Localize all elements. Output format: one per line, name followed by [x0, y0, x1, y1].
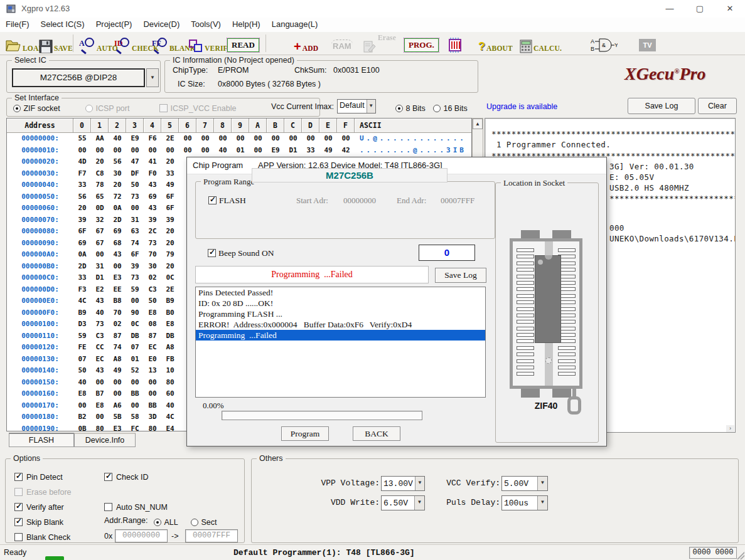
maximize-button[interactable]: ▢: [689, 0, 710, 18]
hex-byte-cell[interactable]: 0C: [126, 319, 144, 330]
console-scroll-right-icon[interactable]: ›: [726, 425, 734, 432]
option-verify-after[interactable]: Verify after: [14, 501, 64, 512]
hex-byte-cell[interactable]: 43: [144, 179, 161, 191]
prog-button[interactable]: PROG.: [404, 34, 439, 53]
hex-byte-cell[interactable]: B8: [109, 295, 126, 307]
hex-byte-cell[interactable]: 40: [109, 133, 126, 145]
hex-byte-cell[interactable]: 0C: [161, 272, 179, 284]
hex-byte-cell[interactable]: 00: [91, 145, 109, 157]
hex-byte-cell[interactable]: 2E: [161, 284, 179, 296]
chevron-down-icon[interactable]: ▼: [537, 477, 547, 490]
hex-byte-cell[interactable]: 2D: [109, 214, 126, 226]
auto-button[interactable]: A AUTO: [79, 34, 118, 53]
tab-flash[interactable]: FLASH: [9, 433, 74, 447]
hex-byte-cell[interactable]: 00: [109, 388, 126, 400]
hex-byte-cell[interactable]: 74: [109, 342, 126, 354]
hex-byte-cell[interactable]: D3: [73, 319, 91, 330]
hex-byte-cell[interactable]: 78: [91, 179, 109, 191]
hex-byte-cell[interactable]: 69: [144, 191, 161, 203]
addr-range-all-radio[interactable]: ALL: [154, 516, 178, 527]
hex-byte-cell[interactable]: 31: [126, 214, 144, 226]
hex-byte-cell[interactable]: 6F: [161, 191, 179, 203]
vcc-current-combo[interactable]: Default▼: [337, 99, 376, 114]
option-skip-blank[interactable]: Skip Blank: [14, 516, 63, 527]
hex-byte-cell[interactable]: 00: [302, 133, 319, 145]
tab-device-info[interactable]: Device.Info: [74, 433, 136, 447]
ram-button[interactable]: RAM: [331, 34, 353, 53]
zif-socket-radio[interactable]: ZIF socket: [13, 102, 60, 114]
icsp-vcc-checkbox[interactable]: ICSP_VCC Enable: [159, 102, 236, 114]
hex-byte-cell[interactable]: 0D: [91, 203, 109, 214]
bits8-radio[interactable]: 8 Bits: [395, 102, 426, 114]
hex-byte-cell[interactable]: 39: [144, 214, 161, 226]
hex-byte-cell[interactable]: 00: [232, 133, 249, 145]
hex-byte-cell[interactable]: 43: [144, 203, 161, 214]
hex-byte-cell[interactable]: 80: [91, 423, 109, 432]
hex-byte-cell[interactable]: 30: [109, 168, 126, 180]
beep-sound-checkbox[interactable]: Beep Sound ON: [208, 247, 274, 258]
icsp-port-radio[interactable]: ICSP port: [85, 102, 129, 114]
hex-byte-cell[interactable]: 00: [73, 400, 91, 412]
menu-file[interactable]: File(F): [0, 18, 35, 32]
hex-byte-cell[interactable]: 32: [91, 214, 109, 226]
hex-byte-cell[interactable]: DB: [126, 330, 144, 342]
option-check-id[interactable]: Check ID: [104, 471, 148, 482]
hex-byte-cell[interactable]: E3: [109, 423, 126, 432]
hex-byte-cell[interactable]: 69: [109, 226, 126, 238]
hex-byte-cell[interactable]: 00: [161, 145, 179, 157]
load-button[interactable]: LOAD: [5, 34, 44, 53]
hex-byte-cell[interactable]: 39: [161, 214, 179, 226]
hex-byte-cell[interactable]: 0B: [73, 423, 91, 432]
hex-byte-cell[interactable]: 6F: [126, 249, 144, 261]
range-from-input[interactable]: 00000000: [115, 529, 168, 542]
hex-byte-cell[interactable]: 33: [161, 168, 179, 180]
hex-byte-cell[interactable]: E8: [73, 388, 91, 400]
hex-byte-cell[interactable]: 20: [91, 156, 109, 168]
hex-byte-cell[interactable]: 58: [126, 411, 144, 423]
calcu-button[interactable]: CALCU.: [520, 34, 562, 53]
hex-byte-cell[interactable]: 40: [161, 400, 179, 412]
about-button[interactable]: ? ABOUT: [478, 34, 513, 53]
hex-byte-cell[interactable]: F0: [144, 168, 161, 180]
hex-byte-cell[interactable]: 01: [232, 145, 249, 157]
hex-byte-cell[interactable]: 47: [126, 156, 144, 168]
hex-byte-cell[interactable]: 00: [249, 145, 267, 157]
log-line[interactable]: ID: 0x 20 8D ......OK!: [196, 298, 485, 309]
hex-byte-cell[interactable]: A8: [109, 354, 126, 366]
log-line[interactable]: Programming ...Failed: [196, 330, 485, 341]
bits16-radio[interactable]: 16 Bits: [433, 102, 468, 114]
hex-byte-cell[interactable]: FC: [126, 423, 144, 432]
hex-byte-cell[interactable]: E8: [91, 400, 109, 412]
hex-byte-cell[interactable]: 00: [144, 377, 161, 389]
hex-byte-cell[interactable]: 43: [109, 249, 126, 261]
hex-byte-cell[interactable]: 00: [126, 377, 144, 389]
hex-byte-cell[interactable]: 87: [144, 330, 161, 342]
hex-byte-cell[interactable]: 67: [91, 238, 109, 250]
hex-byte-cell[interactable]: 00: [196, 133, 214, 145]
hex-byte-cell[interactable]: 00: [337, 133, 355, 145]
hex-byte-cell[interactable]: 00: [144, 145, 161, 157]
hex-byte-cell[interactable]: 70: [144, 249, 161, 261]
hex-byte-cell[interactable]: EC: [144, 342, 161, 354]
hex-byte-cell[interactable]: D1: [91, 272, 109, 284]
hex-byte-cell[interactable]: DF: [126, 168, 144, 180]
hex-byte-cell[interactable]: 00: [179, 145, 196, 157]
hex-byte-cell[interactable]: 00: [319, 133, 337, 145]
hex-byte-cell[interactable]: 5B: [109, 411, 126, 423]
hex-byte-cell[interactable]: 00: [284, 133, 302, 145]
hex-byte-cell[interactable]: 33: [73, 179, 91, 191]
hex-byte-cell[interactable]: A6: [109, 400, 126, 412]
hex-byte-cell[interactable]: AA: [91, 133, 109, 145]
option-pin-detect[interactable]: Pin Detect: [14, 471, 63, 482]
hex-byte-cell[interactable]: 00: [126, 295, 144, 307]
hex-byte-cell[interactable]: 00: [91, 249, 109, 261]
hex-byte-cell[interactable]: 72: [109, 191, 126, 203]
hex-byte-cell[interactable]: 33: [302, 145, 319, 157]
clear-button[interactable]: Clear: [698, 98, 737, 114]
hex-byte-cell[interactable]: 3D: [144, 411, 161, 423]
hex-byte-cell[interactable]: FB: [161, 354, 179, 366]
upgrade-link[interactable]: Upgrade is available: [486, 102, 557, 111]
chevron-down-icon[interactable]: ▼: [367, 100, 375, 113]
option-erase-before[interactable]: Erase before: [14, 486, 72, 497]
hex-byte-cell[interactable]: BB: [126, 388, 144, 400]
